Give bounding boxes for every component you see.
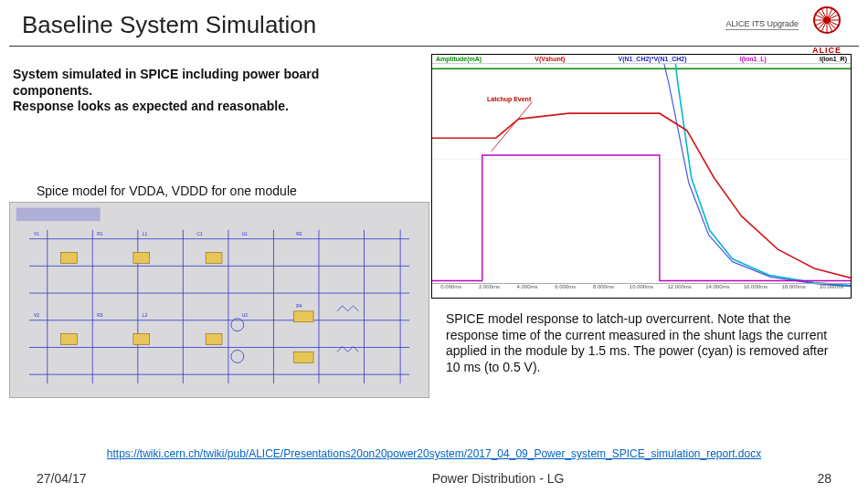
xtick: 12.000ms	[661, 284, 699, 292]
reference-link-row: https://twiki.cern.ch/twiki/pub/ALICE/Pr…	[0, 447, 868, 460]
footer-center: Power Distribution - LG	[219, 471, 777, 486]
slide-footer: 27/04/17 Power Distribution - LG 28	[0, 471, 868, 486]
xtick: 14.000ms	[698, 284, 736, 292]
svg-rect-12	[61, 334, 78, 345]
svg-point-20	[231, 350, 244, 362]
reference-link[interactable]: https://twiki.cern.ch/twiki/pub/ALICE/Pr…	[107, 447, 761, 460]
schematic-caption: Spice model for VDDA, VDDD for one modul…	[37, 184, 297, 198]
upgrade-label: ALICE ITS Upgrade	[725, 19, 799, 30]
spice-response-chart: Amplitude(mA) V(Vshunt) V(N1_CH2)*V(N1_C…	[431, 54, 852, 299]
svg-text:R1: R1	[97, 232, 103, 236]
footer-date: 27/04/17	[37, 471, 219, 486]
svg-text:L1: L1	[143, 232, 148, 236]
spice-schematic-figure: V1R1L1 C1U1R2 V2R3L2 U2R4	[9, 202, 429, 398]
xtick: 6.000ms	[546, 284, 585, 292]
footer-page-number: 28	[777, 471, 831, 486]
slide-body: System simulated in SPICE including powe…	[0, 47, 868, 430]
svg-rect-15	[206, 252, 222, 263]
chart-annotation-latchup: Latchup Event	[487, 96, 531, 102]
svg-text:C1: C1	[196, 232, 203, 236]
xtick: 18.000ms	[775, 284, 813, 292]
xtick: 20.000ms	[812, 284, 851, 292]
svg-text:L2: L2	[143, 313, 148, 318]
svg-text:R3: R3	[97, 313, 103, 318]
legend-item-4: I(Ion1_L)	[740, 56, 767, 62]
svg-point-9	[823, 16, 831, 24]
xtick: 4.000ms	[508, 284, 546, 292]
svg-text:V1: V1	[34, 232, 39, 236]
legend-item-5: I(Ion1_R)	[820, 56, 847, 62]
svg-rect-16	[206, 334, 222, 345]
svg-text:R4: R4	[296, 304, 302, 309]
xtick: 2.000ms	[471, 284, 509, 292]
svg-rect-10	[16, 208, 100, 221]
response-paragraph: SPICE model response to latch-up overcur…	[446, 311, 839, 375]
svg-text:U2: U2	[242, 313, 249, 318]
svg-rect-11	[61, 252, 78, 263]
svg-text:R2: R2	[296, 232, 302, 236]
xtick: 8.000ms	[585, 284, 623, 292]
chart-legend: Amplitude(mA) V(Vshunt) V(N1_CH2)*V(N1_C…	[432, 55, 851, 64]
svg-text:V2: V2	[34, 313, 39, 318]
svg-rect-13	[133, 252, 150, 263]
chart-x-axis: 0.000ms 2.000ms 4.000ms 6.000ms 8.000ms …	[432, 283, 851, 292]
legend-item-2: V(Vshunt)	[535, 56, 565, 62]
alice-logo: ALICE	[808, 5, 846, 44]
xtick: 0.000ms	[432, 284, 471, 292]
page-title: Baseline System Simulation	[22, 11, 725, 39]
legend-item-3: V(N1_CH2)*V(N1_CH2)	[619, 56, 687, 62]
xtick: 10.000ms	[622, 284, 661, 292]
xtick: 16.000ms	[736, 284, 775, 292]
svg-text:U1: U1	[242, 232, 249, 236]
intro-paragraph: System simulated in SPICE including powe…	[13, 67, 397, 115]
legend-item-1: Amplitude(mA)	[436, 56, 482, 62]
svg-rect-17	[293, 311, 313, 322]
slide-header: Baseline System Simulation ALICE ITS Upg…	[9, 0, 859, 47]
svg-rect-18	[293, 351, 313, 362]
svg-rect-14	[133, 334, 150, 345]
chart-plot-area: Latchup Event 0.000ms 2.000ms	[432, 64, 851, 292]
